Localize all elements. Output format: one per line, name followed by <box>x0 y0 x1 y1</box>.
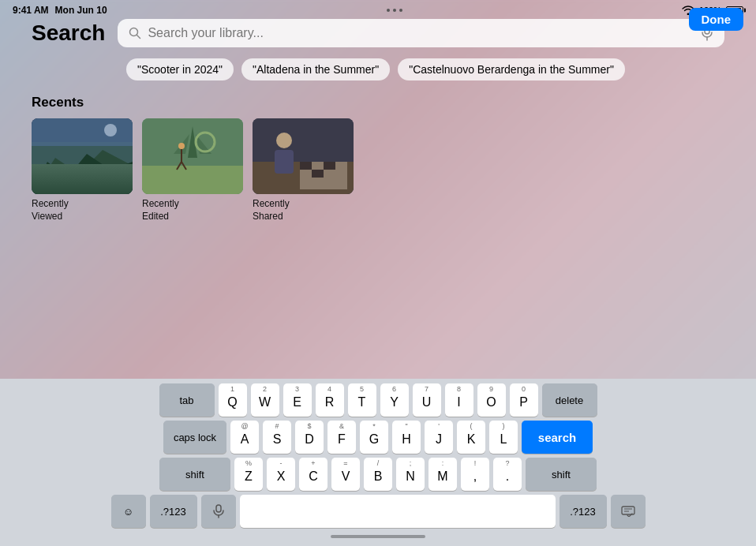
key-u[interactable]: 7U <box>413 383 441 417</box>
status-time: 9:41 AM <box>13 5 49 16</box>
home-indicator-bar <box>3 532 753 540</box>
key-m[interactable]: :M <box>429 458 457 491</box>
key-shift-right[interactable]: shift <box>526 458 597 491</box>
key-j[interactable]: 'J <box>425 421 453 454</box>
key-space[interactable] <box>240 495 556 528</box>
svg-rect-14 <box>142 166 243 194</box>
svg-rect-5 <box>32 142 133 194</box>
svg-rect-30 <box>275 150 294 174</box>
main-content: Search "Scooter in 2024" "Altadena in th… <box>0 19 756 223</box>
page-title: Search <box>32 21 105 46</box>
svg-rect-26 <box>335 162 347 170</box>
recently-viewed-thumb <box>32 118 133 194</box>
key-b[interactable]: /B <box>364 458 392 491</box>
mic-keyboard-icon <box>213 504 224 518</box>
key-w[interactable]: 2W <box>251 383 279 417</box>
key-period[interactable]: ?. <box>493 458 522 491</box>
key-num123-left[interactable]: .?123 <box>150 495 197 528</box>
status-dots <box>387 9 402 12</box>
key-n[interactable]: ;N <box>396 458 425 491</box>
keyboard: tab 1Q 2W 3E 4R 5T 6Y 7U 8I 9O 0P delete… <box>0 379 756 546</box>
svg-rect-24 <box>312 162 324 170</box>
search-icon <box>129 27 141 39</box>
key-i[interactable]: 8I <box>445 383 473 417</box>
list-item[interactable]: RecentlyShared <box>253 118 354 223</box>
key-l[interactable]: )L <box>489 421 518 454</box>
chip-1[interactable]: "Altadena in the Summer" <box>241 58 390 80</box>
svg-point-29 <box>276 133 292 148</box>
key-g[interactable]: *G <box>360 421 388 454</box>
key-mic[interactable] <box>201 495 236 528</box>
svg-rect-33 <box>622 507 634 514</box>
search-row: Search <box>32 19 724 47</box>
key-delete[interactable]: delete <box>542 383 597 417</box>
key-v[interactable]: =V <box>331 458 360 491</box>
recents-grid: RecentlyViewed <box>32 118 724 223</box>
search-bar[interactable] <box>118 19 724 47</box>
key-d[interactable]: $D <box>295 421 324 454</box>
recently-shared-thumb <box>253 118 354 194</box>
search-input[interactable] <box>148 26 694 40</box>
svg-point-16 <box>178 143 185 149</box>
svg-rect-23 <box>300 162 312 170</box>
key-o[interactable]: 9O <box>477 383 506 417</box>
key-k[interactable]: (K <box>457 421 485 454</box>
key-keyboard-dismiss[interactable] <box>611 495 646 528</box>
recents-label: Recents <box>32 95 724 110</box>
keyboard-row-2: caps lock @A #S $D &F *G "H 'J (K )L sea… <box>3 421 753 454</box>
key-q[interactable]: 1Q <box>219 383 247 417</box>
key-x[interactable]: -X <box>267 458 295 491</box>
suggestion-chips: "Scooter in 2024" "Altadena in the Summe… <box>126 58 724 80</box>
key-capslock[interactable]: caps lock <box>163 421 226 454</box>
key-search[interactable]: search <box>522 421 593 454</box>
svg-rect-27 <box>300 170 312 178</box>
svg-rect-31 <box>216 505 221 512</box>
chip-0[interactable]: "Scooter in 2024" <box>126 58 234 80</box>
svg-rect-8 <box>32 118 133 146</box>
recently-edited-thumb <box>142 118 243 194</box>
key-num123-right[interactable]: .?123 <box>560 495 607 528</box>
key-p[interactable]: 0P <box>510 383 538 417</box>
svg-rect-28 <box>312 170 324 178</box>
key-r[interactable]: 4R <box>316 383 344 417</box>
svg-point-9 <box>104 124 117 136</box>
status-time-date: 9:41 AM Mon Jun 10 <box>13 5 107 16</box>
chip-2[interactable]: "Castelnuovo Berardenga in the Summer" <box>398 58 625 80</box>
list-item[interactable]: RecentlyEdited <box>142 118 243 223</box>
key-s[interactable]: #S <box>263 421 291 454</box>
status-bar: 9:41 AM Mon Jun 10 100% <box>0 0 756 19</box>
key-y[interactable]: 6Y <box>380 383 409 417</box>
key-emoji[interactable]: ☺ <box>111 495 146 528</box>
key-h[interactable]: "H <box>392 421 421 454</box>
recents-section: Recents RecentlyViewed <box>32 95 724 223</box>
key-a[interactable]: @A <box>230 421 259 454</box>
key-shift-left[interactable]: shift <box>159 458 230 491</box>
recently-shared-label: RecentlyShared <box>253 198 290 223</box>
keyboard-row-1: tab 1Q 2W 3E 4R 5T 6Y 7U 8I 9O 0P delete <box>3 383 753 417</box>
key-c[interactable]: +C <box>299 458 327 491</box>
keyboard-row-3: shift %Z -X +C =V /B ;N :M !, ?. shift <box>3 458 753 491</box>
svg-rect-25 <box>324 162 335 170</box>
svg-line-1 <box>137 36 140 39</box>
list-item[interactable]: RecentlyViewed <box>32 118 133 223</box>
key-f[interactable]: &F <box>327 421 356 454</box>
key-e[interactable]: 3E <box>283 383 312 417</box>
home-indicator <box>331 535 425 538</box>
recently-edited-label: RecentlyEdited <box>142 198 179 223</box>
key-t[interactable]: 5T <box>348 383 376 417</box>
keyboard-dismiss-icon <box>621 506 635 517</box>
done-button[interactable]: Done <box>689 8 744 31</box>
key-tab[interactable]: tab <box>159 383 215 417</box>
keyboard-row-4: ☺ .?123 .?123 <box>3 495 753 528</box>
key-z[interactable]: %Z <box>234 458 263 491</box>
recently-viewed-label: RecentlyViewed <box>32 198 69 223</box>
key-comma[interactable]: !, <box>461 458 489 491</box>
status-date: Mon Jun 10 <box>55 5 107 16</box>
